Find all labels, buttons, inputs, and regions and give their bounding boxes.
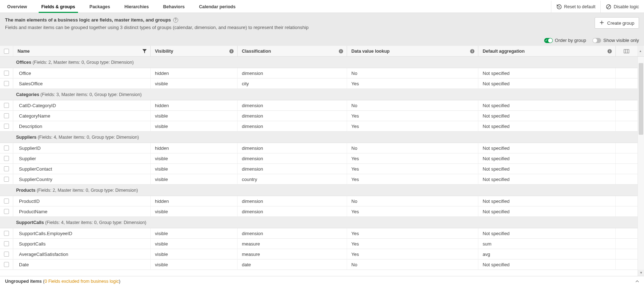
info-icon[interactable]: i	[608, 49, 612, 53]
group-header[interactable]: SupportCalls (Fields: 4, Master items: 0…	[0, 217, 638, 228]
cell-visibility: visible	[151, 121, 238, 131]
row-checkbox[interactable]	[0, 249, 13, 259]
cell-default-aggregation: Not specified	[478, 100, 616, 110]
cell-name: Description	[13, 121, 151, 131]
help-icon[interactable]: ?	[173, 18, 178, 23]
info-icon[interactable]: i	[229, 49, 234, 53]
table-row[interactable]: ProductIDhiddendimensionNoNot specified	[0, 196, 638, 206]
cell-name: SupportCalls.EmployeeID	[13, 228, 151, 238]
table-row[interactable]: AverageCallSatisfactionvisiblemeasureYes…	[0, 249, 638, 259]
cell-name: ProductName	[13, 206, 151, 216]
group-name: Offices	[16, 60, 31, 65]
cell-visibility: hidden	[151, 196, 238, 206]
row-checkbox[interactable]	[0, 206, 13, 216]
filter-icon[interactable]	[142, 49, 147, 53]
column-settings[interactable]	[616, 46, 637, 56]
table-row[interactable]: ProductNamevisibledimensionYesNot specif…	[0, 206, 638, 217]
chevron-up-icon	[635, 280, 639, 282]
table-row[interactable]: SupplierContactvisibledimensionYesNot sp…	[0, 164, 638, 174]
table-row[interactable]: CatID-CategoryIDhiddendimensionNoNot spe…	[0, 100, 638, 111]
row-checkbox[interactable]	[0, 111, 13, 121]
order-by-group-toggle[interactable]: ✓ Order by group	[544, 38, 586, 43]
table-row[interactable]: SupportCalls.EmployeeIDvisibledimensionY…	[0, 228, 638, 239]
cell-end	[616, 68, 637, 78]
cell-visibility: visible	[151, 164, 238, 174]
cell-classification: dimension	[238, 100, 347, 110]
row-checkbox[interactable]	[0, 196, 13, 206]
table-row[interactable]: SupplierCountryvisiblecountryYesNot spec…	[0, 174, 638, 185]
row-checkbox[interactable]	[0, 143, 13, 153]
tab-calendar-periods[interactable]: Calendar periods	[192, 1, 243, 13]
cell-default-aggregation: Not specified	[478, 78, 616, 89]
create-group-label: Create group	[607, 20, 634, 26]
info-icon[interactable]: i	[470, 49, 474, 53]
table-row[interactable]: DatevisibledateNoNot specified	[0, 259, 638, 270]
cell-classification: date	[238, 259, 347, 270]
row-checkbox[interactable]	[0, 164, 13, 174]
scroll-down-button[interactable]: ▼	[638, 270, 644, 276]
ungrouped-items-bar[interactable]: Ungrouped items (0 Fields excluded from …	[0, 276, 644, 286]
row-checkbox[interactable]	[0, 174, 13, 184]
table-row[interactable]: SupportCallsvisiblemeasureYessum	[0, 239, 638, 249]
select-all-checkbox[interactable]	[0, 46, 13, 56]
reset-to-default-button[interactable]: Reset to default	[551, 1, 601, 13]
cell-data-value-lookup: Yes	[347, 78, 478, 89]
group-header[interactable]: Categories (Fields: 3, Master items: 0, …	[0, 89, 638, 100]
cell-end	[616, 196, 637, 206]
row-checkbox[interactable]	[0, 100, 13, 110]
info-line1: The main elements of a business logic ar…	[5, 17, 171, 23]
table-row[interactable]: OfficehiddendimensionNoNot specified	[0, 68, 638, 78]
cell-end	[616, 78, 637, 89]
cell-name: ProductID	[13, 196, 151, 206]
group-meta: (Fields: 2, Master items: 0, Group type:…	[37, 188, 138, 193]
column-name[interactable]: Name	[13, 46, 151, 56]
row-checkbox[interactable]	[0, 259, 13, 270]
tab-fields-groups[interactable]: Fields & groups	[34, 1, 82, 13]
disable-logic-button[interactable]: Disable logic	[600, 1, 644, 13]
vertical-scrollbar[interactable]: ▼	[638, 57, 644, 276]
table-row[interactable]: SuppliervisibledimensionYesNot specified	[0, 153, 638, 164]
info-icon[interactable]: i	[339, 49, 343, 53]
column-visibility[interactable]: Visibility i	[151, 46, 238, 56]
cell-data-value-lookup: Yes	[347, 239, 478, 249]
tab-behaviors[interactable]: Behaviors	[156, 1, 192, 13]
tab-overview[interactable]: Overview	[0, 1, 34, 13]
show-visible-only-toggle[interactable]: Show visible only	[592, 38, 639, 43]
row-checkbox[interactable]	[0, 228, 13, 238]
group-header[interactable]: Suppliers (Fields: 4, Master items: 0, G…	[0, 132, 638, 143]
cell-name: Date	[13, 259, 151, 270]
group-name: Categories	[16, 92, 39, 97]
scroll-up-button[interactable]: ▲	[637, 46, 644, 56]
tab-hierarchies[interactable]: Hierarchies	[117, 1, 156, 13]
cell-visibility: hidden	[151, 143, 238, 153]
info-band: The main elements of a business logic ar…	[0, 13, 644, 46]
group-header[interactable]: Products (Fields: 2, Master items: 0, Gr…	[0, 185, 638, 196]
cell-visibility: visible	[151, 249, 238, 259]
cell-default-aggregation: Not specified	[478, 259, 616, 270]
cell-data-value-lookup: Yes	[347, 164, 478, 174]
row-checkbox[interactable]	[0, 239, 13, 249]
row-checkbox[interactable]	[0, 78, 13, 89]
table-row[interactable]: DescriptionvisibledimensionYesNot specif…	[0, 121, 638, 132]
cell-name: SupplierCountry	[13, 174, 151, 184]
cell-data-value-lookup: No	[347, 259, 478, 270]
cell-data-value-lookup: No	[347, 196, 478, 206]
column-data-value-lookup[interactable]: Data value lookup i	[347, 46, 478, 56]
column-classification[interactable]: Classification i	[238, 46, 347, 56]
create-group-button[interactable]: Create group	[595, 17, 639, 29]
reset-label: Reset to default	[564, 4, 596, 9]
row-checkbox[interactable]	[0, 68, 13, 78]
group-header[interactable]: Offices (Fields: 2, Master items: 0, Gro…	[0, 57, 638, 68]
table-row[interactable]: SupplierIDhiddendimensionNoNot specified	[0, 143, 638, 153]
tab-packages[interactable]: Packages	[82, 1, 117, 13]
row-checkbox[interactable]	[0, 121, 13, 131]
table-row[interactable]: CategoryNamevisibledimensionYesNot speci…	[0, 111, 638, 121]
cell-end	[616, 249, 637, 259]
row-checkbox[interactable]	[0, 153, 13, 163]
cell-end	[616, 259, 637, 270]
table-row[interactable]: SalesOfficevisiblecityYesNot specified	[0, 78, 638, 89]
column-default-aggregation[interactable]: Default aggregation i	[478, 46, 616, 56]
cell-classification: dimension	[238, 206, 347, 216]
cell-classification: dimension	[238, 111, 347, 121]
cell-classification: country	[238, 174, 347, 184]
